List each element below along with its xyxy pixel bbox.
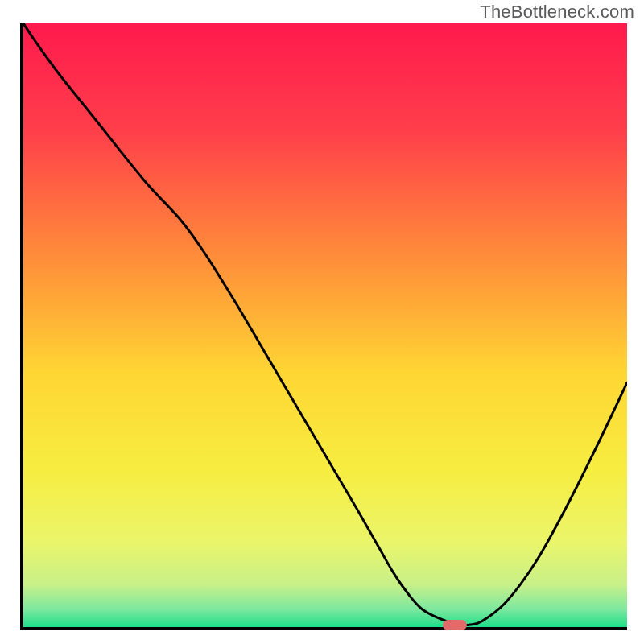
watermark-text: TheBottleneck.com xyxy=(480,2,634,23)
chart-svg xyxy=(23,23,627,627)
chart-background xyxy=(23,23,627,627)
optimal-marker xyxy=(443,620,467,630)
chart-plot-area xyxy=(23,23,627,627)
